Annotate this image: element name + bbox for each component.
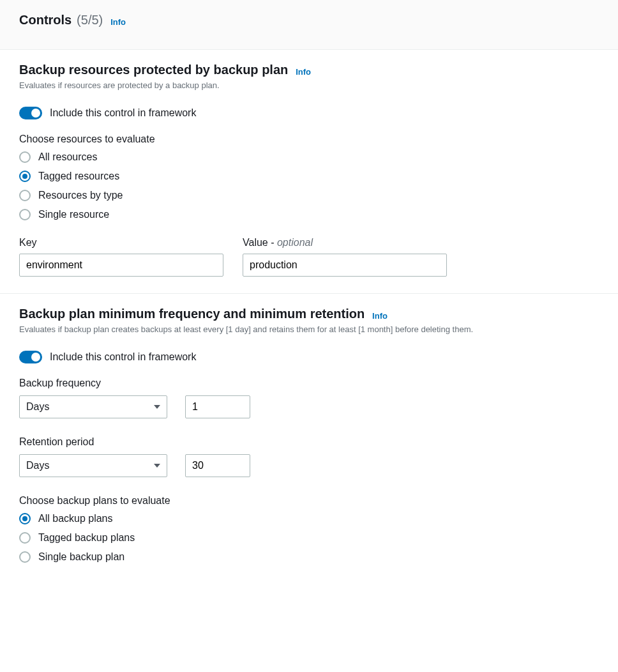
section-backup-plan-freq: Backup plan minimum frequency and minimu… <box>0 293 618 587</box>
retention-unit-value: Days <box>26 460 49 471</box>
include-toggle-1[interactable] <box>19 107 42 119</box>
radio-all-backup-plans[interactable]: All backup plans <box>19 513 599 524</box>
chevron-down-icon <box>154 464 160 468</box>
info-link-section2[interactable]: Info <box>372 311 388 321</box>
radio-single-backup-plan[interactable]: Single backup plan <box>19 551 599 563</box>
radio-resources-by-type[interactable]: Resources by type <box>19 190 599 201</box>
include-toggle-label: Include this control in framework <box>50 107 196 119</box>
radio-tagged-backup-plans[interactable]: Tagged backup plans <box>19 532 599 544</box>
radio-label: Single backup plan <box>38 551 124 563</box>
retention-unit-select[interactable]: Days <box>19 454 167 477</box>
radio-label: Tagged resources <box>38 171 119 182</box>
radio-label: All resources <box>38 151 97 163</box>
value-label: Value - optional <box>243 237 447 248</box>
radio-icon <box>19 171 31 182</box>
backup-frequency-heading: Backup frequency <box>19 378 599 389</box>
radio-label: Single resource <box>38 209 109 220</box>
frequency-unit-select[interactable]: Days <box>19 395 167 418</box>
info-link-header[interactable]: Info <box>110 17 126 27</box>
radio-icon <box>19 190 31 201</box>
value-input[interactable] <box>243 254 447 277</box>
section-title: Backup plan minimum frequency and minimu… <box>19 307 365 321</box>
chevron-down-icon <box>154 405 160 409</box>
section-backup-resources: Backup resources protected by backup pla… <box>0 50 618 293</box>
choose-plans-heading: Choose backup plans to evaluate <box>19 495 599 507</box>
radio-icon <box>19 209 31 220</box>
section-title: Backup resources protected by backup pla… <box>19 63 288 77</box>
radio-icon <box>19 513 31 524</box>
value-label-text: Value - <box>243 237 275 248</box>
retention-period-heading: Retention period <box>19 436 599 448</box>
include-toggle-2[interactable] <box>19 351 42 363</box>
section-desc: Evaluates if resources are protected by … <box>19 80 599 91</box>
radio-icon <box>19 532 31 544</box>
section-desc: Evaluates if backup plan creates backups… <box>19 324 599 335</box>
radio-single-resource[interactable]: Single resource <box>19 209 599 220</box>
radio-all-resources[interactable]: All resources <box>19 151 599 163</box>
panel-count: (5/5) <box>77 13 103 27</box>
include-toggle-label: Include this control in framework <box>50 351 196 363</box>
radio-label: All backup plans <box>38 513 113 524</box>
radio-tagged-resources[interactable]: Tagged resources <box>19 171 599 182</box>
frequency-unit-value: Days <box>26 401 49 413</box>
frequency-value-input[interactable] <box>185 395 250 418</box>
key-label: Key <box>19 237 223 248</box>
panel-header: Controls (5/5) Info <box>0 0 618 50</box>
radio-icon <box>19 551 31 563</box>
info-link-section1[interactable]: Info <box>296 67 311 77</box>
panel-title: Controls <box>19 13 72 27</box>
key-input[interactable] <box>19 254 223 277</box>
radio-icon <box>19 151 31 163</box>
radio-label: Resources by type <box>38 190 123 201</box>
choose-resources-heading: Choose resources to evaluate <box>19 134 599 145</box>
retention-value-input[interactable] <box>185 454 250 477</box>
radio-label: Tagged backup plans <box>38 532 135 544</box>
optional-text: optional <box>277 237 313 248</box>
